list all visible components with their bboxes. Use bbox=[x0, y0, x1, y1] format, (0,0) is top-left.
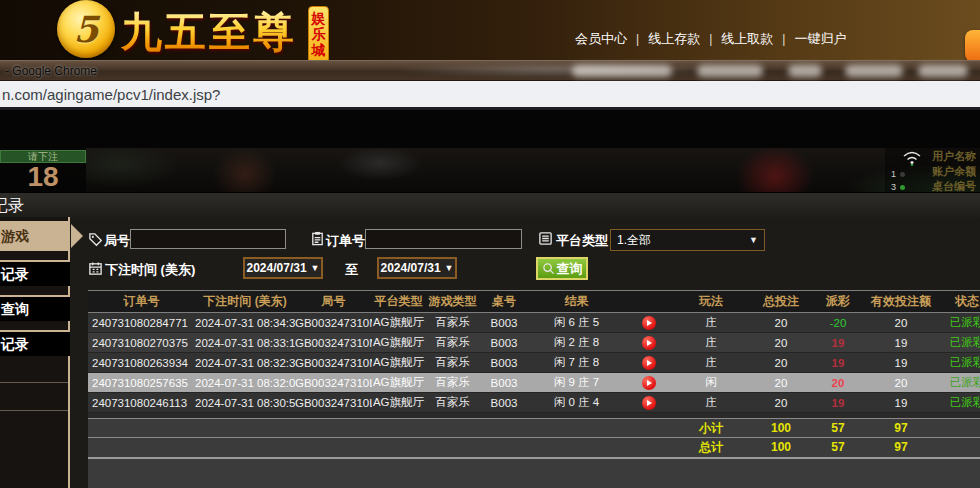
date-from-picker[interactable]: 2024/07/31▼ bbox=[243, 257, 323, 279]
cell-game-type: 百家乐 bbox=[425, 313, 480, 333]
column-header: 下注时间 (美东) bbox=[195, 291, 295, 313]
date-to-picker[interactable]: 2024/07/31▼ bbox=[377, 257, 457, 279]
cell-total-bet: 20 bbox=[750, 353, 812, 373]
cell-payout: 19 bbox=[812, 333, 864, 353]
cell-platform: AG旗舰厅 bbox=[372, 313, 425, 333]
sidebar-divider bbox=[0, 382, 68, 383]
cell-result: 闲 0 庄 4 bbox=[528, 393, 625, 413]
sidebar-item-plain[interactable]: 查询 bbox=[0, 295, 70, 321]
table-row[interactable]: 240731080257635 2024-07-31 08:32:04 GB00… bbox=[88, 373, 980, 393]
cell-table-number: B003 bbox=[480, 333, 528, 353]
tag-icon bbox=[88, 232, 103, 247]
cell-table-number: B003 bbox=[480, 393, 528, 413]
table-number-label: 桌台编号 bbox=[932, 179, 976, 192]
play-icon[interactable] bbox=[642, 396, 656, 410]
cell-replay bbox=[625, 353, 672, 373]
cell-valid-bet: 19 bbox=[864, 393, 938, 413]
search-button[interactable]: 查询 bbox=[536, 257, 588, 280]
cell-payout: -20 bbox=[812, 313, 864, 333]
cell-order-number: 240731080270375 bbox=[88, 333, 195, 353]
cell-round-number: GB003247310M1 bbox=[295, 333, 372, 353]
page-top-spacer bbox=[0, 110, 980, 148]
brand-coin-icon: 5 bbox=[57, 0, 115, 58]
url-text[interactable]: n.com/agingame/pcv1/index.jsp? bbox=[2, 86, 220, 103]
cell-round-number: GB003247310LX bbox=[295, 393, 372, 413]
play-icon[interactable] bbox=[642, 316, 656, 330]
blurred-user-info bbox=[788, 65, 822, 77]
cell-replay bbox=[625, 313, 672, 333]
cell-replay bbox=[625, 333, 672, 353]
bet-timer-box: 请下注 18 bbox=[0, 148, 86, 192]
nav-link[interactable]: 线上取款 bbox=[721, 30, 773, 48]
records-table: 订单号下注时间 (美东)局号平台类型游戏类型桌号结果玩法总投注派彩有效投注额状态… bbox=[88, 290, 980, 457]
cell-platform: AG旗舰厅 bbox=[372, 393, 425, 413]
floating-side-tab[interactable] bbox=[965, 30, 980, 60]
browser-title-bar: - Google Chrome bbox=[0, 60, 980, 81]
blurred-user-info bbox=[572, 65, 672, 77]
platform-type-label: 平台类型 bbox=[556, 232, 608, 250]
cell-play-type: 庄 bbox=[672, 313, 750, 333]
platform-type-value: 1.全部 bbox=[617, 232, 651, 249]
cell-platform: AG旗舰厅 bbox=[372, 333, 425, 353]
cell-order-number: 240731080263934 bbox=[88, 353, 195, 373]
column-header bbox=[625, 291, 672, 313]
round-number-input[interactable] bbox=[130, 229, 286, 249]
section-heading-bar: 记录 bbox=[0, 192, 980, 217]
table-row[interactable]: 240731080270375 2024-07-31 08:33:13 GB00… bbox=[88, 333, 980, 353]
cell-round-number: GB003247310LZ bbox=[295, 373, 372, 393]
cell-order-number: 240731080246113 bbox=[88, 393, 195, 413]
countdown-timer: 18 bbox=[0, 161, 86, 192]
sidebar-divider bbox=[0, 410, 68, 411]
table-row[interactable]: 240731080263934 2024-07-31 08:32:38 GB00… bbox=[88, 353, 980, 373]
blurred-user-info bbox=[697, 65, 763, 77]
nav-link[interactable]: 会员中心 bbox=[575, 30, 627, 48]
cell-game-type: 百家乐 bbox=[425, 373, 480, 393]
cell-game-type: 百家乐 bbox=[425, 393, 480, 413]
cell-status: 已派彩 bbox=[938, 373, 980, 393]
search-icon bbox=[542, 262, 555, 275]
table-row[interactable]: 240731080246113 2024-07-31 08:30:59 GB00… bbox=[88, 393, 980, 413]
clipboard-icon bbox=[310, 231, 325, 246]
records-table-wrap: 订单号下注时间 (美东)局号平台类型游戏类型桌号结果玩法总投注派彩有效投注额状态… bbox=[88, 290, 980, 488]
nav-separator: | bbox=[636, 32, 639, 46]
table-row[interactable]: 240731080284771 2024-07-31 08:34:30 GB00… bbox=[88, 313, 980, 333]
cell-bet-time: 2024-07-31 08:30:59 bbox=[195, 393, 295, 413]
chevron-down-icon: ▼ bbox=[445, 263, 454, 273]
nav-link[interactable]: 一键归户 bbox=[794, 30, 846, 48]
column-header: 游戏类型 bbox=[425, 291, 480, 313]
browser-address-bar[interactable]: n.com/agingame/pcv1/index.jsp? bbox=[0, 81, 980, 110]
round-number-label: 局号 bbox=[104, 232, 130, 250]
nav-separator: | bbox=[709, 32, 712, 46]
cell-result: 闲 7 庄 8 bbox=[528, 353, 625, 373]
cell-status: 已派彩 bbox=[938, 353, 980, 373]
cell-platform: AG旗舰厅 bbox=[372, 353, 425, 373]
cell-game-type: 百家乐 bbox=[425, 333, 480, 353]
cell-round-number: GB003247310M3 bbox=[295, 313, 372, 333]
column-header: 有效投注额 bbox=[864, 291, 938, 313]
column-header: 总投注 bbox=[750, 291, 812, 313]
cell-order-number: 240731080284771 bbox=[88, 313, 195, 333]
chevron-down-icon: ▼ bbox=[311, 263, 320, 273]
column-header: 状态 bbox=[938, 291, 980, 313]
cell-bet-time: 2024-07-31 08:34:30 bbox=[195, 313, 295, 333]
sidebar-item-plain[interactable]: 记录 bbox=[0, 330, 70, 356]
nav-link[interactable]: 线上存款 bbox=[648, 30, 700, 48]
live-video-banner: 请下注 18 1 3 用户名称 账户余额 桌台编号 bbox=[0, 148, 980, 192]
cell-table-number: B003 bbox=[480, 313, 528, 333]
column-header: 订单号 bbox=[88, 291, 195, 313]
stream-line-numbers[interactable]: 1 3 bbox=[891, 168, 905, 192]
cell-valid-bet: 20 bbox=[864, 313, 938, 333]
cell-play-type: 闲 bbox=[672, 373, 750, 393]
betting-records-screen: 5 九五至尊 娱乐城 会员中心|线上存款|线上取款|一键归户 - Google … bbox=[0, 0, 980, 488]
column-header: 玩法 bbox=[672, 291, 750, 313]
cell-status: 已派彩 bbox=[938, 333, 980, 353]
table-footer-filler bbox=[88, 457, 980, 488]
cell-status: 已派彩 bbox=[938, 313, 980, 333]
brand-logo: 九五至尊 bbox=[121, 5, 297, 60]
username-label: 用户名称 bbox=[932, 149, 976, 164]
play-icon[interactable] bbox=[642, 336, 656, 350]
platform-type-select[interactable]: 1.全部 ▼ bbox=[610, 229, 765, 251]
play-icon[interactable] bbox=[642, 376, 656, 390]
order-number-input[interactable] bbox=[365, 229, 522, 249]
play-icon[interactable] bbox=[642, 356, 656, 370]
